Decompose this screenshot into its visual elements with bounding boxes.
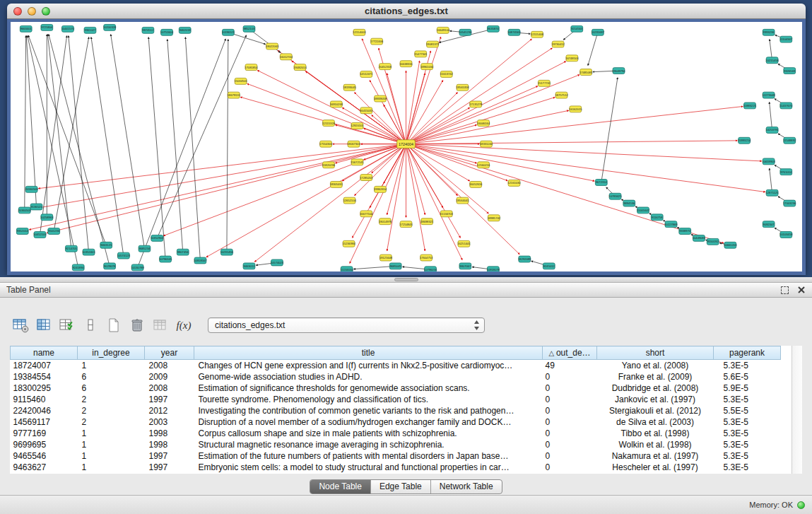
graph-edge[interactable] — [26, 36, 36, 207]
table-cell[interactable]: 0 — [543, 394, 597, 405]
graph-edge[interactable] — [406, 48, 553, 144]
graph-edge[interactable] — [406, 107, 470, 144]
table-cell[interactable]: 2008 — [145, 382, 194, 394]
graph-edge[interactable] — [69, 36, 89, 252]
column-header-name[interactable]: name — [11, 346, 78, 360]
graph-edge[interactable] — [406, 110, 569, 144]
graph-edge[interactable] — [227, 40, 228, 252]
table-cell[interactable]: 1 — [78, 462, 145, 473]
table-row[interactable]: 946362711997Embryonic stem cells: a mode… — [11, 462, 781, 473]
table-cell[interactable]: Stergiakouli et al. (2012) — [597, 405, 714, 416]
table-cell[interactable]: 5.6E-5 — [714, 371, 781, 382]
network-window-titlebar[interactable]: citations_edges.txt — [7, 4, 806, 19]
zoom-window-button[interactable] — [42, 7, 50, 16]
memory-status-indicator[interactable] — [797, 501, 805, 509]
graph-edge[interactable] — [206, 144, 406, 257]
graph-edge[interactable] — [406, 61, 420, 144]
table-selector[interactable]: citations_edges.txt — [208, 317, 485, 333]
table-cell[interactable]: 1997 — [145, 462, 194, 473]
table-cell[interactable]: 1998 — [145, 439, 194, 450]
table-cell[interactable]: 18300295 — [11, 382, 78, 394]
graph-edge[interactable] — [601, 78, 618, 182]
export-table-icon[interactable] — [58, 316, 76, 334]
graph-edge[interactable] — [167, 40, 183, 252]
table-cell[interactable]: Estimation of the future numbers of pati… — [194, 450, 543, 462]
table-cell[interactable]: 49 — [543, 360, 597, 372]
split-pane-handle[interactable] — [394, 278, 418, 281]
table-cell[interactable]: Tourette syndrome. Phenomenology and cla… — [194, 394, 543, 405]
table-cell[interactable]: 9777169 — [11, 428, 78, 439]
table-cell[interactable]: 5.3E-5 — [714, 428, 781, 439]
table-cell[interactable]: 6 — [78, 371, 145, 382]
table-cell[interactable]: 2 — [78, 405, 145, 416]
table-cell[interactable]: 0 — [543, 450, 597, 462]
table-cell[interactable]: 18724007 — [11, 360, 78, 372]
table-cell[interactable]: 9699695 — [11, 439, 78, 450]
table-cell[interactable]: 1 — [78, 450, 145, 462]
table-cell[interactable]: Yano et al. (2008) — [597, 360, 714, 372]
graph-edge[interactable] — [770, 168, 772, 193]
table-cell[interactable]: 1 — [78, 439, 145, 450]
graph-edge[interactable] — [247, 83, 406, 144]
table-cell[interactable]: 2 — [78, 416, 145, 428]
table-cell[interactable]: Corpus callosum shape and size in male p… — [194, 428, 543, 439]
minimize-window-button[interactable] — [28, 7, 36, 16]
table-cell[interactable]: 19384554 — [11, 371, 78, 382]
table-cell[interactable]: 5.3E-5 — [714, 450, 781, 462]
column-header-year[interactable]: year — [145, 346, 194, 360]
table-cell[interactable]: Genome-wide association studies in ADHD. — [194, 371, 543, 382]
graph-edge[interactable] — [588, 33, 598, 66]
table-cell[interactable]: 1998 — [145, 428, 194, 439]
table-cell[interactable]: Investigating the contribution of common… — [194, 405, 543, 416]
table-vertical-scrollbar[interactable] — [792, 346, 802, 474]
table-cell[interactable]: 2009 — [145, 371, 194, 382]
table-cell[interactable]: 0 — [543, 371, 597, 382]
table-cell[interactable]: 2012 — [145, 405, 194, 416]
table-cell[interactable]: 5.3E-5 — [714, 462, 781, 473]
tab-node-table[interactable]: Node Table — [310, 480, 370, 493]
graph-edge[interactable] — [406, 86, 538, 144]
table-cell[interactable]: Disruption of a novel member of a sodium… — [194, 416, 543, 428]
import-table-icon[interactable] — [151, 316, 170, 334]
table-cell[interactable]: 2003 — [145, 416, 194, 428]
column-header-in_degree[interactable]: in_degree — [78, 346, 145, 360]
table-cell[interactable]: 1997 — [145, 450, 194, 462]
graph-edge[interactable] — [25, 36, 26, 211]
graph-edge[interactable] — [47, 144, 406, 233]
tab-network-table[interactable]: Network Table — [430, 480, 502, 493]
table-cell[interactable]: 0 — [543, 462, 597, 473]
graph-edge[interactable] — [387, 144, 406, 215]
close-window-button[interactable] — [13, 7, 22, 16]
table-cell[interactable]: Wolkin et al. (1998) — [597, 439, 714, 450]
table-mode-icon[interactable] — [11, 316, 30, 334]
float-panel-icon[interactable] — [781, 286, 789, 294]
network-canvas-svg[interactable]: 1724004183312401216021616052616195640411… — [11, 22, 802, 271]
table-row[interactable]: 1872400712008Changes of HCN gene express… — [11, 360, 781, 372]
table-cell[interactable]: 0 — [543, 382, 597, 394]
table-cell[interactable]: 1 — [78, 360, 145, 372]
table-cell[interactable]: 0 — [543, 416, 597, 428]
graph-edge[interactable] — [406, 125, 477, 144]
table-cell[interactable]: 0 — [543, 405, 597, 416]
table-row[interactable]: 969969511998Structural magnetic resonanc… — [11, 439, 781, 450]
table-cell[interactable]: 9463627 — [11, 462, 78, 473]
table-cell[interactable]: Embryonic stem cells: a model to study s… — [194, 462, 543, 473]
graph-edge[interactable] — [157, 35, 246, 238]
table-cell[interactable]: 2 — [78, 394, 145, 405]
graph-edge[interactable] — [406, 144, 470, 181]
table-cell[interactable]: Structural magnetic resonance image aver… — [194, 439, 543, 450]
graph-edge[interactable] — [406, 144, 489, 214]
graph-edge[interactable] — [406, 75, 579, 144]
table-cell[interactable]: 14569117 — [11, 416, 78, 428]
graph-edge[interactable] — [163, 144, 406, 236]
graph-edge[interactable] — [91, 37, 124, 256]
table-cell[interactable]: 2008 — [145, 360, 194, 372]
table-cell[interactable]: 5.3E-5 — [714, 360, 781, 372]
create-column-icon[interactable] — [105, 316, 123, 334]
graph-edge[interactable] — [29, 144, 406, 230]
table-cell[interactable]: 5.3E-5 — [714, 394, 781, 405]
graph-edge[interactable] — [111, 35, 145, 249]
graph-edge[interactable] — [406, 144, 595, 181]
table-row[interactable]: 977716911998Corpus callosum shape and si… — [11, 428, 781, 439]
table-cell[interactable]: 1997 — [145, 394, 194, 405]
